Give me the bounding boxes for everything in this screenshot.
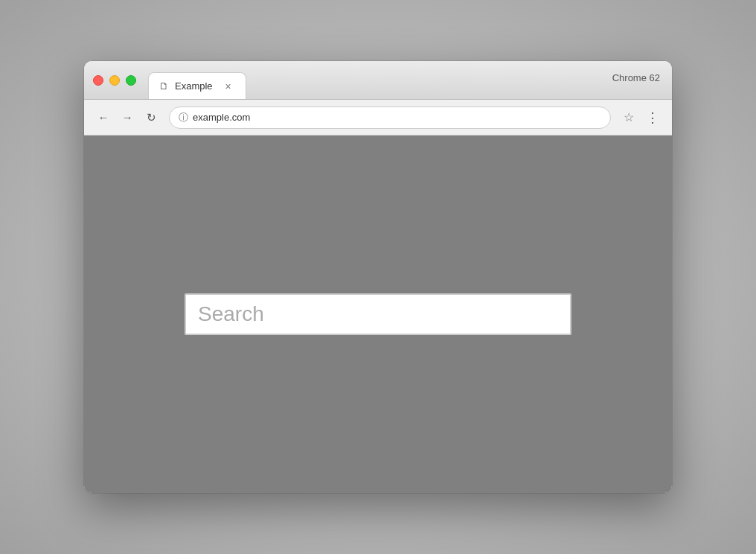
title-bar: 🗋 Example × Chrome 62: [84, 61, 672, 100]
forward-button[interactable]: →: [117, 107, 138, 128]
nav-bar: ← → ↻ ⓘ example.com ☆ ⋮: [84, 100, 672, 136]
new-tab-area: [246, 95, 612, 99]
tab-title: Example: [175, 80, 213, 92]
tab-favicon-icon: 🗋: [159, 80, 169, 92]
address-bar[interactable]: ⓘ example.com: [169, 106, 611, 129]
tabs-area: 🗋 Example ×: [148, 61, 612, 99]
browser-window: 🗋 Example × Chrome 62 ← → ↻ ⓘ example.co…: [84, 61, 672, 493]
bookmark-button[interactable]: ☆: [618, 107, 639, 128]
window-controls: [93, 75, 136, 86]
maximize-button[interactable]: [126, 75, 136, 86]
search-input[interactable]: [185, 293, 571, 335]
reload-button[interactable]: ↻: [141, 107, 161, 128]
page-content: [84, 136, 672, 493]
tab-close-button[interactable]: ×: [222, 80, 235, 93]
back-button[interactable]: ←: [93, 107, 114, 128]
close-button[interactable]: [93, 75, 103, 86]
active-tab[interactable]: 🗋 Example ×: [148, 72, 246, 99]
security-info-icon: ⓘ: [179, 111, 188, 124]
chrome-version-label: Chrome 62: [612, 72, 660, 88]
menu-button[interactable]: ⋮: [642, 107, 663, 128]
url-display: example.com: [193, 112, 601, 123]
minimize-button[interactable]: [109, 75, 120, 86]
